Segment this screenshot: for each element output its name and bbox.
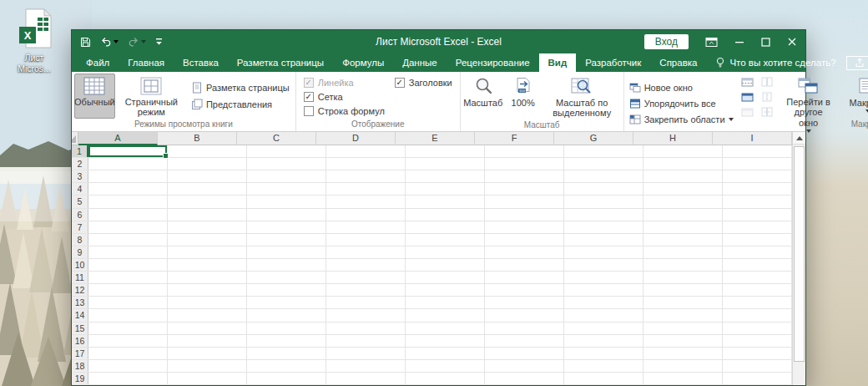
cell-E19[interactable]: [406, 373, 485, 384]
cell-H6[interactable]: [643, 209, 723, 221]
cell-G19[interactable]: [564, 373, 643, 384]
cell-F14[interactable]: [485, 309, 564, 321]
cell-C12[interactable]: [247, 284, 326, 296]
cell-E17[interactable]: [406, 348, 485, 359]
cell-H7[interactable]: [643, 221, 723, 233]
cell-H10[interactable]: [643, 259, 723, 271]
cell-E11[interactable]: [406, 272, 485, 283]
cell-I12[interactable]: [723, 284, 792, 296]
cell-H4[interactable]: [643, 183, 723, 195]
scrollbar-thumb[interactable]: [794, 146, 805, 362]
cell-H18[interactable]: [643, 360, 723, 372]
cell-C13[interactable]: [247, 297, 326, 308]
row-header-19[interactable]: 19: [72, 373, 88, 384]
cell-C15[interactable]: [247, 323, 326, 334]
cell-G14[interactable]: [564, 309, 643, 321]
close-button[interactable]: [787, 37, 797, 47]
freeze-panes-button[interactable]: Закрепить области: [629, 113, 734, 126]
cell-A11[interactable]: [88, 272, 168, 283]
new-window-button[interactable]: Новое окно: [629, 81, 734, 94]
zoom-button[interactable]: Масштаб: [463, 74, 503, 119]
cell-D2[interactable]: [326, 158, 406, 170]
ruler-checkbox-row[interactable]: ✓ Линейка: [304, 78, 385, 88]
cell-G18[interactable]: [564, 360, 643, 372]
row-header-8[interactable]: 8: [72, 234, 88, 246]
cell-H2[interactable]: [643, 158, 723, 170]
cell-B8[interactable]: [168, 234, 247, 246]
cell-F3[interactable]: [485, 170, 564, 182]
cell-E2[interactable]: [406, 158, 485, 170]
cell-B10[interactable]: [168, 259, 247, 271]
cell-A2[interactable]: [88, 158, 168, 170]
cell-C19[interactable]: [247, 373, 326, 384]
cell-D15[interactable]: [326, 323, 406, 334]
cell-C10[interactable]: [247, 259, 326, 271]
cell-A4[interactable]: [88, 183, 168, 195]
cell-E6[interactable]: [406, 209, 485, 221]
cell-E8[interactable]: [406, 234, 485, 246]
cell-I5[interactable]: [723, 196, 792, 207]
cell-I19[interactable]: [723, 373, 792, 384]
cell-I16[interactable]: [723, 335, 792, 347]
cell-C6[interactable]: [247, 209, 326, 221]
row-header-5[interactable]: 5: [72, 196, 88, 207]
cell-B17[interactable]: [168, 348, 247, 359]
synchronous-scrolling-button[interactable]: [760, 91, 775, 103]
tell-me-search[interactable]: Что вы хотите сделать?: [706, 53, 845, 72]
cell-B12[interactable]: [168, 284, 247, 296]
row-header-7[interactable]: 7: [72, 221, 88, 233]
normal-view-button[interactable]: Обычный: [74, 74, 115, 119]
cell-G4[interactable]: [564, 183, 643, 195]
cell-F10[interactable]: [485, 259, 564, 271]
gridlines-checkbox-row[interactable]: ✓ Сетка: [304, 92, 385, 102]
cell-B6[interactable]: [168, 209, 247, 221]
cell-G12[interactable]: [564, 284, 643, 296]
cell-D10[interactable]: [326, 259, 406, 271]
custom-views-button[interactable]: Представления: [191, 99, 290, 110]
cell-F4[interactable]: [485, 183, 564, 195]
column-header-F[interactable]: F: [475, 132, 554, 145]
cell-B11[interactable]: [168, 272, 247, 283]
maximize-button[interactable]: [761, 38, 770, 47]
headings-checkbox-row[interactable]: ✓ Заголовки: [395, 78, 452, 88]
cell-C17[interactable]: [247, 348, 326, 359]
cell-I15[interactable]: [723, 323, 792, 334]
cell-A5[interactable]: [88, 196, 168, 207]
cell-G7[interactable]: [564, 221, 643, 233]
cell-F13[interactable]: [485, 297, 564, 308]
gridlines-checkbox[interactable]: ✓: [304, 92, 314, 102]
cell-B14[interactable]: [168, 309, 247, 321]
cell-A12[interactable]: [88, 284, 168, 296]
cell-C1[interactable]: [247, 145, 326, 157]
cell-C7[interactable]: [247, 221, 326, 233]
cell-C18[interactable]: [247, 360, 326, 372]
cell-G5[interactable]: [564, 196, 643, 207]
cell-I14[interactable]: [723, 309, 792, 321]
cell-A9[interactable]: [88, 246, 168, 258]
tab-Вид[interactable]: Вид: [539, 53, 577, 72]
cell-E7[interactable]: [406, 221, 485, 233]
cell-B2[interactable]: [168, 158, 247, 170]
cell-A13[interactable]: [88, 297, 168, 308]
cell-E5[interactable]: [406, 196, 485, 207]
cell-B19[interactable]: [168, 373, 247, 384]
cell-G9[interactable]: [564, 246, 643, 258]
column-header-E[interactable]: E: [396, 132, 475, 145]
row-header-14[interactable]: 14: [72, 309, 88, 321]
cell-C5[interactable]: [247, 196, 326, 207]
cell-I6[interactable]: [723, 209, 792, 221]
cell-D17[interactable]: [326, 348, 406, 359]
select-all-corner[interactable]: [72, 132, 78, 145]
row-header-11[interactable]: 11: [72, 272, 88, 283]
cell-F2[interactable]: [485, 158, 564, 170]
cell-H5[interactable]: [643, 196, 723, 207]
undo-dropdown-caret[interactable]: [114, 40, 119, 43]
cell-A16[interactable]: [88, 335, 168, 347]
cell-G3[interactable]: [564, 170, 643, 182]
split-button[interactable]: [740, 76, 754, 88]
cell-G17[interactable]: [564, 348, 643, 359]
cell-I2[interactable]: [723, 158, 792, 170]
cell-B13[interactable]: [168, 297, 247, 308]
cell-G16[interactable]: [564, 335, 643, 347]
cell-E12[interactable]: [406, 284, 485, 296]
